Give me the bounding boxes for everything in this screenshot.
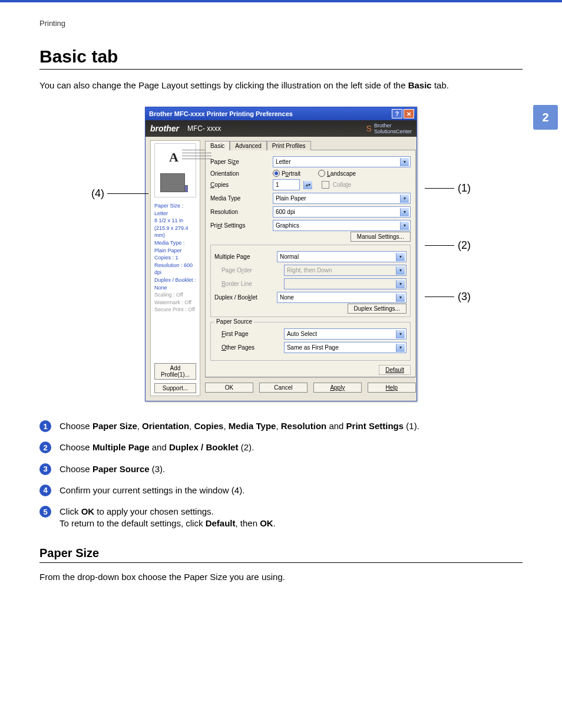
ok-button[interactable]: OK <box>205 383 253 393</box>
step-2: 2 Choose Multiple Page and Duplex / Book… <box>39 442 523 453</box>
cancel-button[interactable]: Cancel <box>259 383 308 393</box>
preview-pane[interactable]: A Paper Size : Letter 8 1/2 x 11 in (215… <box>150 140 200 396</box>
duplex-settings-button[interactable]: Duplex Settings... <box>348 304 406 314</box>
chevron-down-icon: ▾ <box>400 208 409 216</box>
model-label: MFC- xxxx <box>187 124 221 133</box>
spinner-buttons-icon[interactable]: ▴▾ <box>303 181 312 189</box>
resolution-select[interactable]: 600 dpi▾ <box>273 206 411 218</box>
close-icon[interactable]: ✕ <box>404 109 414 118</box>
brand-bar: brother MFC- xxxx S Brother SolutionsCen… <box>146 120 416 137</box>
collate-label: Collate <box>333 182 351 188</box>
step-number-icon: 5 <box>39 506 51 518</box>
portrait-radio[interactable]: Portrait <box>273 170 300 177</box>
resolution-label: Resolution <box>210 209 269 215</box>
chevron-down-icon: ▾ <box>396 344 405 352</box>
chevron-down-icon: ▾ <box>400 158 409 166</box>
step-number-icon: 2 <box>39 442 51 453</box>
paper-size-description: From the drop-down box choose the Paper … <box>39 572 523 582</box>
tab-advanced[interactable]: Advanced <box>230 141 266 150</box>
paper-size-select[interactable]: Letter▾ <box>273 156 411 167</box>
tab-print-profiles[interactable]: Print Profiles <box>267 141 311 150</box>
solutions-center-link[interactable]: S Brother SolutionsCenter <box>366 123 412 134</box>
subheading-paper-size: Paper Size <box>39 546 523 563</box>
brother-logo: brother <box>150 124 179 133</box>
callout-1: (1) <box>458 182 471 195</box>
chevron-down-icon: ▾ <box>396 253 405 261</box>
solutions-icon: S <box>366 124 372 133</box>
dialog-illustration: (4) (1) (2) (3) Brother MFC-xxxx Printer… <box>39 107 523 401</box>
apply-button[interactable]: Apply <box>313 383 362 393</box>
media-type-label: Media Type <box>210 195 269 202</box>
multiple-page-label: Multiple Page <box>214 253 273 260</box>
settings-summary: Paper Size : Letter 8 1/2 x 11 in (215.9… <box>154 202 196 314</box>
page-title: Basic tab <box>39 47 523 70</box>
chapter-tab: 2 <box>533 105 558 130</box>
border-line-select: ▾ <box>284 278 406 289</box>
step-4: 4 Confirm your current settings in the w… <box>39 485 523 496</box>
duplex-booklet-select[interactable]: None▾ <box>277 292 406 303</box>
page-order-select: Right, then Down▾ <box>284 265 406 276</box>
other-pages-label: Other Pages <box>214 344 280 351</box>
orientation-label: Orientation <box>210 170 269 177</box>
chevron-down-icon: ▾ <box>396 266 405 275</box>
page-order-label: Page Order <box>214 267 280 274</box>
step-3: 3 Choose Paper Source (3). <box>39 463 523 475</box>
add-profile-button[interactable]: Add Profile(1)... <box>154 363 196 380</box>
step-1: 1 Choose Paper Size, Orientation, Copies… <box>39 420 523 432</box>
paper-size-label: Paper Size <box>210 159 269 165</box>
copies-label: Copies <box>210 182 269 188</box>
first-page-select[interactable]: Auto Select▾ <box>284 328 406 340</box>
step-number-icon: 1 <box>39 420 51 432</box>
print-settings-select[interactable]: Graphics▾ <box>273 220 411 231</box>
chevron-down-icon: ▾ <box>396 294 405 302</box>
step-number-icon: 4 <box>39 485 51 496</box>
paper-source-group-label: Paper Source <box>214 318 254 325</box>
page-preview[interactable]: A <box>154 143 196 197</box>
manual-settings-button[interactable]: Manual Settings... <box>351 232 411 242</box>
landscape-radio[interactable]: Landscape <box>318 170 356 177</box>
callout-4: (4) <box>91 187 104 200</box>
help-button[interactable]: Help <box>368 383 416 393</box>
step-5: 5 Click OK to apply your chosen settings… <box>39 506 523 530</box>
collate-checkbox[interactable] <box>322 181 329 189</box>
chevron-down-icon: ▾ <box>396 330 405 338</box>
intro-text: You can also change the Page Layout sett… <box>39 80 523 90</box>
print-settings-label: Print Settings <box>210 222 269 229</box>
other-pages-select[interactable]: Same as First Page▾ <box>284 342 406 353</box>
tab-basic[interactable]: Basic <box>205 141 230 150</box>
media-type-select[interactable]: Plain Paper▾ <box>273 193 411 204</box>
support-button[interactable]: Support... <box>154 383 196 393</box>
help-icon[interactable]: ? <box>392 109 402 118</box>
multiple-page-select[interactable]: Normal▾ <box>277 251 406 262</box>
chevron-down-icon: ▾ <box>396 280 405 288</box>
chevron-down-icon: ▾ <box>400 222 409 230</box>
step-number-icon: 3 <box>39 463 51 475</box>
default-button[interactable]: Default <box>379 365 411 375</box>
dialog-titlebar: Brother MFC-xxxx Printer Printing Prefer… <box>146 107 416 120</box>
copies-spinner[interactable]: 1 <box>273 179 300 190</box>
first-page-label: First Page <box>214 331 280 337</box>
duplex-booklet-label: Duplex / Booklet <box>214 294 273 301</box>
dialog-title: Brother MFC-xxxx Printer Printing Prefer… <box>149 110 293 117</box>
border-line-label: Border Line <box>214 281 280 287</box>
callout-2: (2) <box>458 239 471 252</box>
printing-preferences-dialog: Brother MFC-xxxx Printer Printing Prefer… <box>145 107 417 401</box>
callout-3: (3) <box>458 291 471 303</box>
section-header: Printing <box>39 19 523 28</box>
chevron-down-icon: ▾ <box>400 195 409 203</box>
